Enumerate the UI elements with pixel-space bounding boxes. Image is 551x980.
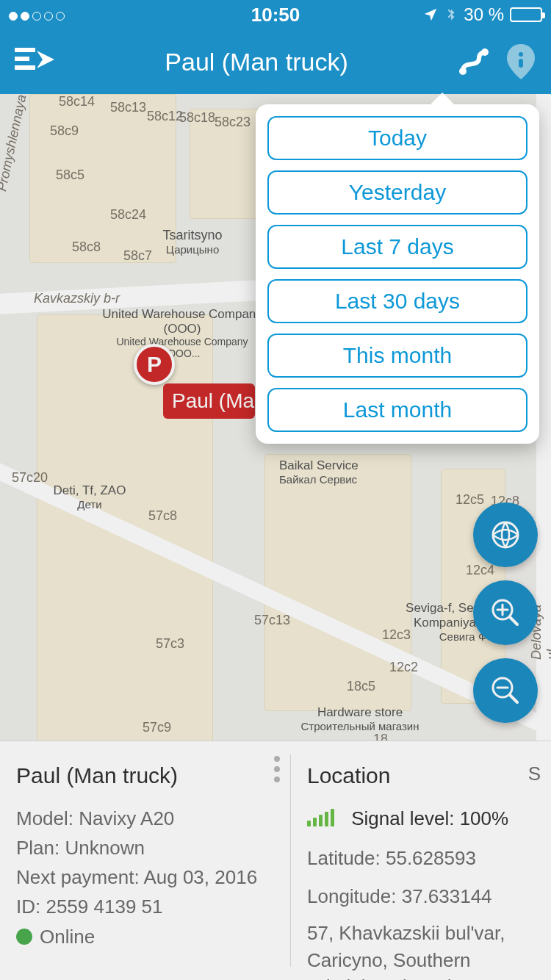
status-right: 30 % (422, 4, 542, 25)
vehicle-info: Paul (Man truck) Model: Navixy A20 Plan:… (0, 741, 290, 980)
poi-label: Deti, Tf, ZAO Дети (46, 483, 134, 511)
vehicle-title: Paul (Man truck) (16, 759, 274, 793)
vehicle-id: ID: 2559 4139 51 (16, 892, 274, 921)
poi-sub: United Warehouse Company (OOO... (101, 336, 263, 359)
signal-text: Signal level: 100% (351, 807, 508, 829)
map-controls (473, 502, 538, 723)
svg-point-7 (493, 522, 518, 547)
vehicle-marker[interactable]: P (134, 344, 175, 385)
range-this-month[interactable]: This month (267, 334, 527, 378)
poi-title: Hardware store (287, 705, 433, 720)
svg-rect-6 (519, 59, 523, 68)
poi-title: United Warehouse Company (OOO) (101, 307, 263, 336)
poi-title: Baikal Service (279, 458, 397, 473)
poi-sub: Дети (46, 498, 134, 511)
lot-label: 58c24 (110, 207, 146, 223)
svg-line-9 (510, 617, 517, 624)
street-label: Kavkazskiy b-r (34, 291, 120, 306)
bluetooth-icon (444, 5, 458, 24)
poi-sub: Строительный магазин (287, 720, 433, 732)
lot-label: 58c12 (147, 109, 183, 124)
lot-label: 12c3 (382, 627, 411, 643)
vehicle-menu-button[interactable] (274, 756, 280, 782)
zoom-in-button[interactable] (473, 580, 538, 645)
page-title: Paul (Man truck) (71, 48, 442, 76)
vehicle-model: Model: Navixy A20 (16, 804, 274, 833)
status-time: 10:50 (251, 4, 300, 26)
location-title-text: Location (307, 763, 390, 788)
range-last-30-days[interactable]: Last 30 days (267, 279, 527, 323)
svg-line-13 (510, 695, 517, 702)
lot-label: 58c14 (59, 94, 95, 109)
poi-label: Hardware store Строительный магазин (287, 705, 433, 732)
lot-label: 57c20 (12, 470, 48, 486)
vehicle-status: Online (16, 922, 274, 951)
carrier-strength-icon (9, 4, 68, 25)
signal-bars-icon (307, 809, 334, 826)
location-info: Location S Signal level: 100% Latitude: … (291, 741, 551, 980)
poi-title: Tsaritsyno (141, 228, 244, 243)
poi-sub: Царицыно (141, 243, 244, 256)
poi-label: Baikal Service Байкал Сервис (279, 458, 397, 486)
lot-label: 12c2 (389, 660, 418, 675)
location-arrow-icon (422, 7, 439, 23)
lot-label: 57c13 (254, 613, 290, 628)
marker-letter: P (147, 352, 162, 377)
app-header: Paul (Man truck) (0, 29, 551, 94)
signal-row: Signal level: 100% (307, 804, 535, 833)
map-layer-button[interactable] (473, 502, 538, 567)
route-history-icon[interactable] (457, 45, 491, 79)
truncated-indicator: S (528, 759, 541, 788)
zoom-out-button[interactable] (473, 658, 538, 723)
location-title: Location S (307, 759, 535, 793)
svg-point-4 (481, 48, 489, 56)
latitude: Latitude: 55.628593 (307, 843, 535, 873)
date-range-popup: Today Yesterday Last 7 days Last 30 days… (256, 104, 539, 444)
status-bar: 10:50 30 % (0, 0, 551, 29)
range-last-month[interactable]: Last month (267, 388, 527, 432)
range-today[interactable]: Today (267, 116, 527, 160)
battery-icon (510, 7, 542, 22)
svg-rect-2 (15, 65, 35, 70)
poi-label: Tsaritsyno Царицыно (141, 228, 244, 256)
online-dot-icon (16, 929, 32, 945)
address: 57, Khavkazskii bul'var, Caricyno, South… (307, 920, 535, 980)
lot-label: 58c18 (179, 110, 215, 126)
lot-label: 57c9 (143, 720, 171, 735)
poi-sub: Байкал Сервис (279, 473, 397, 486)
app-logo-icon[interactable] (15, 46, 56, 77)
svg-point-3 (459, 68, 467, 75)
lot-label: 58c9 (50, 123, 79, 139)
svg-point-5 (519, 52, 523, 57)
battery-percent: 30 % (464, 4, 504, 25)
range-yesterday[interactable]: Yesterday (267, 170, 527, 215)
svg-rect-0 (15, 48, 35, 52)
lot-label: 58c8 (72, 239, 101, 255)
lot-label: 57c8 (148, 508, 177, 524)
vehicle-next-payment: Next payment: Aug 03, 2016 (16, 862, 274, 892)
vehicle-plan: Plan: Unknown (16, 833, 274, 862)
poi-title: Deti, Tf, ZAO (46, 483, 134, 498)
longitude: Longitude: 37.633144 (307, 882, 535, 911)
range-last-7-days[interactable]: Last 7 days (267, 225, 527, 269)
lot-label: 58c13 (110, 100, 146, 115)
vehicle-marker-label[interactable]: Paul (Man (163, 383, 255, 419)
info-panel: Paul (Man truck) Model: Navixy A20 Plan:… (0, 741, 551, 980)
svg-rect-1 (15, 57, 29, 61)
lot-label: 58c7 (123, 248, 152, 264)
lot-label: 58c23 (215, 115, 251, 130)
lot-label: 18c5 (347, 679, 375, 694)
poi-label: United Warehouse Company (OOO) United Wa… (101, 307, 263, 359)
alert-pin-icon[interactable] (505, 43, 536, 81)
lot-label: 58c5 (56, 167, 84, 183)
online-text: Online (40, 926, 95, 948)
lot-label: 57c3 (156, 636, 184, 652)
